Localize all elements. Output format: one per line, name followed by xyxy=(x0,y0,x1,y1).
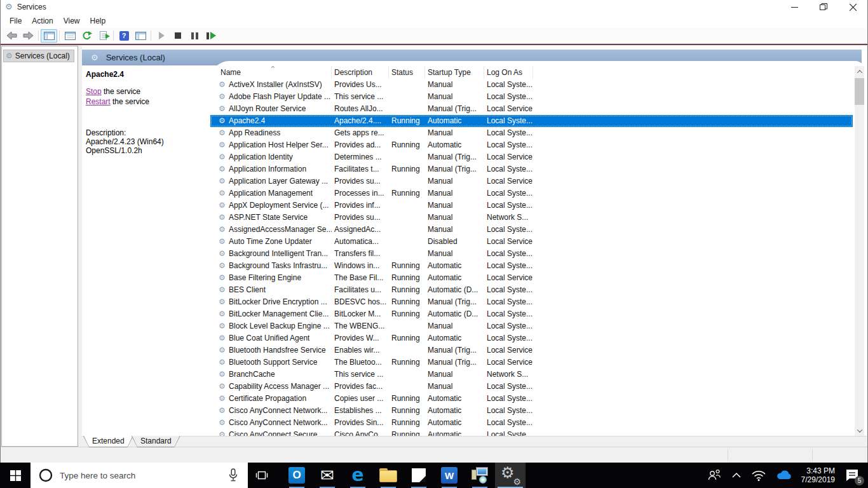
cell-logon: Local Syste... xyxy=(484,284,533,296)
table-row[interactable]: ⚙BES ClientFacilitates u...RunningAutoma… xyxy=(210,284,853,296)
taskbar-outlook-button[interactable]: O xyxy=(281,463,312,488)
vertical-scrollbar[interactable] xyxy=(855,66,864,436)
menu-view[interactable]: View xyxy=(58,15,85,27)
table-row[interactable]: ⚙Capability Access Manager ...Provides f… xyxy=(210,381,853,393)
table-row[interactable]: ⚙Cisco AnyConnect Network...Provides Sin… xyxy=(210,417,853,429)
export-list-button[interactable] xyxy=(95,29,111,43)
word-icon: W xyxy=(441,467,458,484)
search-input[interactable] xyxy=(60,471,226,480)
table-row[interactable]: ⚙AssignedAccessManager Se...AssignedAc..… xyxy=(210,224,853,236)
table-row[interactable]: ⚙ActiveX Installer (AxInstSV)Provides Us… xyxy=(210,79,853,91)
scroll-down-button[interactable] xyxy=(855,425,864,436)
cell-desc: AssignedAc... xyxy=(332,224,389,236)
scrollbar-thumb[interactable] xyxy=(855,78,864,105)
back-button[interactable] xyxy=(3,29,20,43)
show-action-pane-button[interactable] xyxy=(132,29,149,43)
column-header-startup-type[interactable]: Startup Type xyxy=(425,66,484,79)
installer-icon xyxy=(470,467,489,484)
table-row[interactable]: ⚙App ReadinessGets apps re...ManualLocal… xyxy=(210,127,853,139)
table-row[interactable]: ⚙Base Filtering EngineThe Base Fil...Run… xyxy=(210,272,853,284)
table-row[interactable]: ⚙Bluetooth Support ServiceThe Bluetoo...… xyxy=(210,356,853,369)
refresh-button[interactable] xyxy=(78,29,95,43)
taskbar-installer-button[interactable] xyxy=(465,463,495,488)
stop-service-line: Stop the service xyxy=(86,87,140,96)
task-view-button[interactable] xyxy=(248,463,276,488)
restore-button[interactable] xyxy=(809,0,838,14)
table-row[interactable]: ⚙Application ManagementProcesses in...Ru… xyxy=(210,187,853,200)
restart-service-button[interactable] xyxy=(203,29,219,43)
taskbar-search[interactable] xyxy=(31,463,248,488)
table-row[interactable]: ⚙Application InformationFacilitates t...… xyxy=(210,163,853,175)
minimize-button[interactable] xyxy=(780,0,809,14)
table-row[interactable]: ⚙Cisco AnyConnect Network...Establishes … xyxy=(210,405,853,417)
table-row[interactable]: ⚙Bluetooth Handsfree ServiceEnables wir.… xyxy=(210,344,853,356)
menu-action[interactable]: Action xyxy=(27,15,58,27)
start-button[interactable] xyxy=(0,463,31,488)
table-row[interactable]: ⚙ASP.NET State ServiceProvides su...Manu… xyxy=(210,212,853,224)
start-service-button[interactable] xyxy=(153,29,170,43)
properties-button[interactable] xyxy=(62,29,78,43)
service-gear-icon: ⚙ xyxy=(219,127,229,139)
wifi-icon[interactable] xyxy=(747,463,771,488)
tab-extended[interactable]: Extended xyxy=(83,436,133,447)
restart-service-link[interactable]: Restart xyxy=(86,97,111,106)
cell-desc: The Bluetoo... xyxy=(332,356,389,369)
column-headers: Name ^ Description Status Startup Type L… xyxy=(210,66,853,79)
forward-button[interactable] xyxy=(20,29,36,43)
table-row[interactable]: ⚙Blue Coat Unified AgentProvides W...Run… xyxy=(210,332,853,344)
table-row[interactable]: ⚙Auto Time Zone UpdaterAutomatica...Disa… xyxy=(210,236,853,248)
column-header-status[interactable]: Status xyxy=(389,66,425,79)
table-row[interactable]: ⚙BitLocker Drive Encryption ...BDESVC ho… xyxy=(210,296,853,308)
microphone-icon[interactable] xyxy=(226,468,240,483)
table-row[interactable]: ⚙Background Intelligent Tran...Transfers… xyxy=(210,248,853,260)
people-icon[interactable] xyxy=(702,463,726,488)
tab-standard[interactable]: Standard xyxy=(132,436,180,447)
extended-detail-pane: Apache2.4 Stop the service Restart the s… xyxy=(82,66,210,436)
close-button[interactable] xyxy=(838,0,867,14)
table-row[interactable]: ⚙Block Level Backup Engine ...The WBENG.… xyxy=(210,320,853,332)
column-header-log-on-as[interactable]: Log On As xyxy=(484,66,533,79)
table-row[interactable]: ⚙Adobe Flash Player Update ...This servi… xyxy=(210,91,853,103)
description-line: Apache/2.4.23 (Win64) xyxy=(86,137,164,146)
table-row[interactable]: ⚙Application IdentityDetermines ...Manua… xyxy=(210,151,853,163)
table-row[interactable]: ⚙Application Layer Gateway ...Provides s… xyxy=(210,175,853,187)
restart-service-line: Restart the service xyxy=(86,97,149,106)
table-row[interactable]: ⚙BitLocker Management Clie...BitLocker M… xyxy=(210,308,853,320)
table-row[interactable]: ⚙Apache2.4Apache/2.4....RunningAutomatic… xyxy=(210,115,853,127)
table-row[interactable]: ⚙AppX Deployment Service (...Provides in… xyxy=(210,200,853,212)
help-button[interactable]: ? xyxy=(116,29,132,43)
cell-startup: Manual xyxy=(425,200,484,212)
table-row[interactable]: ⚙Cisco AnyConnect Secure ...Cisco AnyCo.… xyxy=(210,429,853,436)
taskbar-explorer-button[interactable] xyxy=(373,463,403,488)
tree-item-services-local[interactable]: ⚙ Services (Local) xyxy=(3,50,74,62)
table-row[interactable]: ⚙Background Tasks Infrastru...Windows in… xyxy=(210,260,853,272)
stop-service-link[interactable]: Stop xyxy=(86,87,102,96)
taskbar-services-button[interactable]: ⚙⚙ xyxy=(495,463,526,488)
cell-status: Running xyxy=(389,429,425,436)
table-row[interactable]: ⚙Certificate PropagationCopies user ...R… xyxy=(210,393,853,405)
cell-logon: Local Syste... xyxy=(484,115,533,127)
cell-startup: Manual xyxy=(425,212,484,224)
menu-help[interactable]: Help xyxy=(85,15,111,27)
table-row[interactable]: ⚙Application Host Helper Ser...Provides … xyxy=(210,139,853,151)
scroll-up-button[interactable] xyxy=(855,66,864,77)
onedrive-icon[interactable] xyxy=(771,463,797,488)
column-header-name[interactable]: Name ^ xyxy=(210,66,332,79)
action-center-button[interactable]: 5 xyxy=(839,463,868,488)
pause-service-button[interactable] xyxy=(186,29,203,43)
table-row[interactable]: ⚙BranchCacheThis service ...ManualNetwor… xyxy=(210,369,853,381)
table-row[interactable]: ⚙AllJoyn Router ServiceRoutes AllJo...Ma… xyxy=(210,103,853,115)
taskbar-word-button[interactable]: W xyxy=(434,463,465,488)
menu-file[interactable]: File xyxy=(4,15,27,27)
tray-chevron-up-icon[interactable] xyxy=(726,463,747,488)
taskbar-clock[interactable]: 3:43 PM 7/29/2019 xyxy=(797,466,839,484)
taskbar-edge-button[interactable]: e xyxy=(342,463,373,488)
cell-logon: Local Syste... xyxy=(484,417,533,429)
cell-desc: Determines ... xyxy=(332,151,389,163)
taskbar-mail-button[interactable]: ✉ xyxy=(312,463,342,488)
stop-service-button[interactable] xyxy=(170,29,186,43)
show-console-tree-button[interactable] xyxy=(41,29,57,43)
cell-startup: Manual xyxy=(425,248,484,260)
taskbar-notepad-button[interactable] xyxy=(403,463,434,488)
column-header-description[interactable]: Description xyxy=(332,66,389,79)
